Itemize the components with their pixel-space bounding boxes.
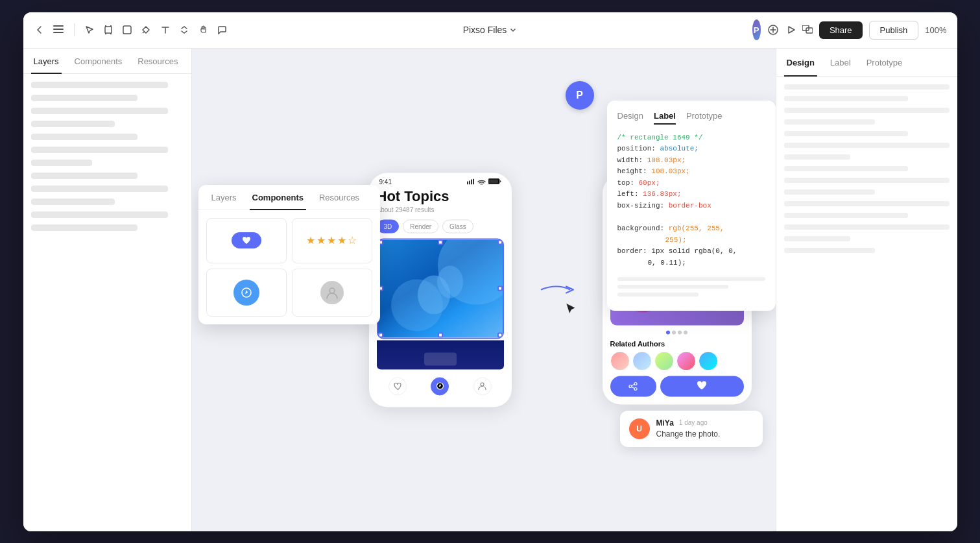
tab-resources[interactable]: Resources [135, 49, 180, 74]
handle-tr[interactable] [497, 239, 503, 245]
phone1-heart-action[interactable] [388, 377, 407, 395]
pen-tool-icon[interactable] [140, 21, 152, 39]
layer-item[interactable] [31, 199, 115, 205]
code-val-height: 108.03px; [651, 167, 689, 175]
rs-row [784, 131, 908, 136]
phone2-heart-button[interactable] [660, 376, 744, 397]
filter-3d[interactable]: 3D [377, 219, 400, 233]
phone2-share-button[interactable] [610, 376, 656, 397]
main-area: Layers Components Resources [23, 49, 957, 531]
comment-header: MiYa 1 day ago [656, 418, 721, 428]
layer-item[interactable] [31, 224, 138, 231]
arrow-connector [538, 280, 577, 300]
rs-row [784, 154, 850, 160]
code-val-bg: rgb(255, 255, [669, 224, 724, 232]
back-icon[interactable] [34, 21, 46, 39]
user-avatar[interactable]: P [752, 19, 761, 40]
phone1-compass-action[interactable] [431, 377, 449, 395]
component-compass-card[interactable] [206, 269, 287, 317]
comment-bubble: U MiYa 1 day ago Change the photo. [620, 411, 763, 447]
rs-row [784, 248, 875, 253]
publish-button[interactable]: Publish [869, 21, 919, 40]
author-avatar-5 [699, 352, 718, 371]
svg-point-31 [634, 388, 637, 391]
dot-1 [666, 331, 670, 335]
phone1-user-action[interactable] [473, 377, 492, 395]
shape-tool-icon[interactable] [121, 21, 134, 39]
component-heart-card[interactable] [206, 218, 287, 263]
svg-point-21 [437, 266, 463, 298]
tab-components[interactable]: Components [72, 49, 125, 74]
component-stars-card[interactable]: ★★★★☆ [292, 218, 372, 263]
code-tab-prototype[interactable]: Prototype [686, 111, 723, 125]
file-title[interactable]: Pixso Files [463, 25, 518, 35]
layer-item[interactable] [31, 186, 169, 192]
multi-screen-icon[interactable] [802, 21, 813, 39]
phone1-time: 9:41 [379, 178, 392, 185]
code-tab-label[interactable]: Label [654, 111, 676, 125]
community-icon[interactable] [767, 21, 779, 39]
hand-tool-icon[interactable] [197, 21, 209, 39]
phone1-screen: Hot Topics About 29487 results 3D Render… [369, 187, 512, 407]
play-icon[interactable] [785, 21, 796, 39]
layer-item[interactable] [31, 108, 169, 114]
layer-item[interactable] [31, 95, 138, 101]
floating-tab-components[interactable]: Components [250, 185, 306, 210]
floating-tab-layers[interactable]: Layers [209, 185, 239, 210]
handle-bl[interactable] [378, 332, 383, 337]
layer-item[interactable] [31, 211, 169, 218]
svg-rect-14 [467, 181, 468, 184]
handle-tm[interactable] [438, 239, 443, 245]
right-tab-prototype[interactable]: Prototype [864, 49, 905, 77]
text-tool-icon[interactable] [159, 21, 171, 39]
floating-panel-tabs: Layers Components Resources [198, 185, 380, 210]
phone1-subtitle: About 29487 results [377, 206, 504, 213]
frame-tool-icon[interactable] [102, 21, 115, 39]
code-prop-position: position: [617, 145, 660, 152]
layer-item[interactable] [31, 147, 169, 153]
code-tab-design[interactable]: Design [617, 111, 643, 125]
rs-row [784, 119, 875, 125]
code-val-position: absolute; [660, 145, 699, 152]
anchor-tool-icon[interactable] [178, 21, 190, 39]
phone1-image[interactable] [377, 238, 504, 339]
layer-item[interactable] [31, 173, 138, 179]
comment-user-avatar: U [629, 418, 650, 439]
floating-tab-resources[interactable]: Resources [317, 185, 362, 210]
code-block: /* rectangle 1649 */ position: absolute;… [617, 132, 765, 269]
handle-br[interactable] [497, 332, 503, 337]
menu-icon[interactable] [53, 21, 65, 39]
author-avatar-3 [654, 352, 674, 371]
svg-point-13 [329, 288, 335, 293]
separator-1 [74, 23, 75, 36]
canvas-area[interactable]: P D Layers Components Resources [192, 49, 776, 531]
filter-glass[interactable]: Glass [442, 219, 473, 233]
code-prop-height: height: [617, 167, 652, 175]
code-prop-top: top: [617, 179, 639, 187]
svg-rect-19 [489, 180, 498, 184]
comment-content: MiYa 1 day ago Change the photo. [656, 418, 721, 439]
code-val-top: 60px; [639, 179, 660, 187]
svg-rect-16 [471, 179, 472, 184]
tab-layers[interactable]: Layers [31, 49, 62, 74]
handle-bm[interactable] [438, 332, 443, 337]
layer-item[interactable] [31, 134, 138, 140]
zoom-level[interactable]: 100% [925, 25, 946, 35]
rs-row [784, 236, 850, 241]
comment-name: MiYa [656, 418, 674, 428]
select-tool-icon[interactable] [83, 21, 95, 39]
code-prop-boxsizing: box-sizing: [617, 202, 669, 210]
comment-tool-icon[interactable] [215, 21, 228, 39]
share-button[interactable]: Share [819, 21, 863, 39]
layer-item[interactable] [31, 121, 115, 127]
component-avatar-card[interactable] [292, 269, 372, 317]
filter-render[interactable]: Render [403, 219, 438, 233]
author-avatar-1 [610, 352, 630, 371]
handle-mr[interactable] [497, 286, 503, 291]
right-tab-design[interactable]: Design [784, 49, 817, 77]
rs-row [784, 96, 908, 101]
layer-item[interactable] [31, 82, 169, 88]
layer-item[interactable] [31, 160, 92, 166]
right-tab-label[interactable]: Label [828, 49, 854, 77]
cursor-icon [565, 302, 577, 319]
